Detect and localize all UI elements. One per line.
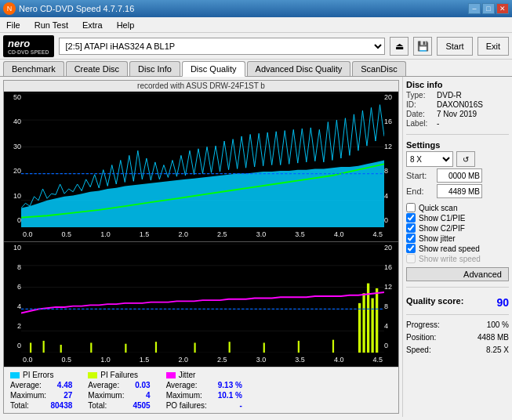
bottom-chart: 1086420 201612840 0.00.51.01.52.02.53.03… — [4, 242, 398, 367]
svg-rect-25 — [358, 303, 361, 353]
label-value: - — [437, 119, 439, 128]
menu-file[interactable]: File — [3, 19, 24, 31]
tab-disc-info[interactable]: Disc Info — [129, 61, 180, 76]
show-c2pif-label: Show C2/PIF — [419, 224, 465, 233]
jitter-avg-value: 9.13 % — [218, 381, 242, 389]
tab-advanced-disc-quality[interactable]: Advanced Disc Quality — [247, 61, 351, 76]
start-button[interactable]: Start — [437, 37, 472, 56]
show-jitter-checkbox[interactable] — [406, 234, 416, 243]
disc-info-title: Disc info — [406, 80, 509, 89]
top-chart-canvas — [21, 93, 384, 227]
bottom-chart-y-left: 1086420 — [4, 242, 21, 353]
pi-errors-max-label: Maximum: — [10, 391, 46, 400]
app-icon: N — [3, 2, 16, 15]
settings-section: Settings 8 X ↺ Start: End: — [406, 140, 509, 200]
id-label: ID: — [406, 100, 434, 109]
top-chart-x-axis: 0.00.51.01.52.02.53.03.54.04.5 — [21, 227, 384, 241]
show-write-speed-label: Show write speed — [419, 255, 481, 263]
svg-rect-22 — [263, 342, 265, 353]
id-value: DAXON016S — [437, 100, 483, 109]
svg-rect-21 — [229, 342, 231, 353]
top-chart-y-right: 201612840 — [384, 92, 398, 227]
minimize-button[interactable]: – — [468, 3, 481, 14]
po-failures-value: - — [240, 401, 242, 410]
menu-bar: File Run Test Extra Help — [0, 17, 512, 33]
show-c1pie-checkbox[interactable] — [406, 213, 416, 223]
main-content: recorded with ASUS DRW-24F1ST b 50403020… — [0, 77, 512, 417]
quality-score-label: Quality score: — [406, 296, 463, 309]
bottom-chart-y-right: 201612840 — [384, 242, 398, 353]
speed-label: Speed: — [406, 346, 431, 354]
tab-disc-quality[interactable]: Disc Quality — [182, 61, 245, 77]
save-button[interactable]: 💾 — [413, 37, 432, 56]
legend-area: PI Errors Average: 4.48 Maximum: 27 Tota… — [4, 367, 398, 413]
bottom-chart-canvas — [21, 244, 384, 353]
start-input[interactable] — [437, 168, 482, 183]
checkboxes-section: Quick scan Show C1/PIE Show C2/PIF Show … — [406, 203, 509, 264]
sidebar: Disc info Type: DVD-R ID: DAXON016S Date… — [402, 77, 512, 417]
pi-failures-max-value: 4 — [146, 391, 151, 400]
svg-rect-23 — [298, 341, 300, 353]
svg-rect-26 — [362, 293, 365, 353]
quick-scan-checkbox[interactable] — [406, 203, 416, 212]
pi-errors-total-value: 80438 — [51, 401, 73, 410]
jitter-label: Jitter — [179, 371, 196, 379]
show-write-speed-checkbox[interactable] — [406, 254, 416, 263]
quick-scan-label: Quick scan — [419, 204, 457, 212]
pi-failures-total-value: 4505 — [133, 401, 150, 410]
drive-select[interactable]: [2:5] ATAPI iHAS324 A BL1P — [59, 38, 386, 55]
svg-rect-18 — [125, 344, 126, 353]
svg-rect-28 — [371, 298, 373, 353]
pi-errors-avg-label: Average: — [10, 381, 42, 389]
show-read-speed-checkbox[interactable] — [406, 244, 416, 253]
refresh-button[interactable]: ↺ — [456, 151, 475, 167]
date-label: Date: — [406, 110, 434, 118]
menu-run-test[interactable]: Run Test — [31, 19, 71, 31]
toolbar: nero CD·DVD SPEED [2:5] ATAPI iHAS324 A … — [0, 33, 512, 60]
svg-rect-16 — [60, 345, 62, 353]
menu-extra[interactable]: Extra — [79, 19, 106, 31]
end-input[interactable] — [437, 184, 482, 198]
menu-help[interactable]: Help — [114, 19, 138, 31]
tab-create-disc[interactable]: Create Disc — [66, 61, 128, 76]
tabs: Benchmark Create Disc Disc Info Disc Qua… — [0, 60, 512, 77]
show-jitter-label: Show jitter — [419, 234, 456, 243]
show-read-speed-label: Show read speed — [419, 244, 480, 253]
progress-label: Progress: — [406, 320, 440, 329]
jitter-avg-label: Average: — [166, 381, 198, 389]
divider-1 — [406, 134, 509, 135]
svg-rect-14 — [30, 342, 31, 353]
advanced-button[interactable]: Advanced — [406, 267, 509, 281]
tab-benchmark[interactable]: Benchmark — [3, 61, 64, 76]
position-label: Position: — [406, 333, 436, 342]
show-c2pif-checkbox[interactable] — [406, 223, 416, 233]
quality-score-value: 90 — [496, 296, 509, 309]
jitter-color — [166, 372, 176, 378]
close-button[interactable]: ✕ — [496, 3, 509, 14]
start-label: Start: — [406, 171, 434, 180]
speed-select[interactable]: 8 X — [406, 151, 453, 167]
type-value: DVD-R — [437, 91, 462, 100]
pi-failures-avg-value: 0.03 — [135, 381, 150, 389]
svg-rect-29 — [376, 288, 378, 353]
svg-rect-17 — [90, 342, 92, 353]
pi-failures-total-label: Total: — [88, 401, 107, 410]
end-label: End: — [406, 186, 434, 196]
eject-button[interactable]: ⏏ — [390, 37, 409, 56]
jitter-max-label: Maximum: — [166, 391, 202, 400]
exit-button[interactable]: Exit — [478, 37, 509, 56]
pi-errors-total-label: Total: — [10, 401, 29, 410]
jitter-max-value: 10.1 % — [218, 391, 242, 400]
tab-scan-disc[interactable]: ScanDisc — [352, 61, 405, 76]
bottom-chart-x-axis: 0.00.51.01.52.02.53.03.54.04.5 — [21, 353, 384, 367]
title-bar: N Nero CD-DVD Speed 4.7.7.16 – □ ✕ — [0, 0, 512, 17]
disc-info-section: Disc info Type: DVD-R ID: DAXON016S Date… — [406, 80, 509, 129]
chart-area: recorded with ASUS DRW-24F1ST b 50403020… — [3, 80, 399, 414]
speed-value: 8.25 X — [486, 346, 509, 354]
svg-rect-15 — [43, 341, 45, 353]
progress-value: 100 % — [487, 320, 509, 329]
po-failures-label: PO failures: — [166, 401, 207, 410]
pi-errors-max-value: 27 — [64, 391, 72, 400]
maximize-button[interactable]: □ — [482, 3, 495, 14]
top-chart: 50403020100 201612840 0.00.51.01.52.02.5… — [4, 92, 398, 242]
